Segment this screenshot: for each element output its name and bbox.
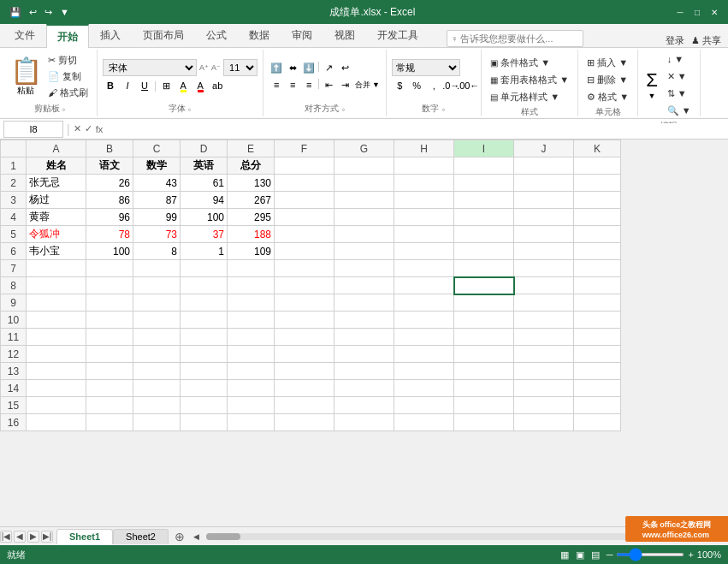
- cell-style-btn[interactable]: ▤ 单元格样式 ▼: [487, 89, 572, 104]
- cell-D8[interactable]: [181, 277, 228, 294]
- cell-D11[interactable]: [181, 329, 228, 346]
- tab-review[interactable]: 审阅: [281, 23, 323, 47]
- tab-nav-next[interactable]: ▶: [27, 531, 39, 543]
- cell-H14[interactable]: [394, 380, 454, 397]
- cell-E9[interactable]: [228, 294, 275, 312]
- cell-E6[interactable]: 109: [228, 243, 275, 260]
- cell-D6[interactable]: 1: [181, 243, 228, 260]
- cell-E1[interactable]: 总分: [228, 157, 275, 175]
- cell-I6[interactable]: [454, 243, 514, 260]
- cell-I8[interactable]: [454, 277, 514, 294]
- cell-E3[interactable]: 267: [228, 192, 275, 209]
- redo-btn[interactable]: ↪: [42, 6, 55, 19]
- cell-H2[interactable]: [394, 175, 454, 192]
- col-header-B[interactable]: B: [86, 140, 133, 157]
- cell-H4[interactable]: [394, 209, 454, 226]
- paste-btn[interactable]: 📋 粘贴: [9, 55, 43, 98]
- cell-F10[interactable]: [275, 312, 334, 329]
- cell-G10[interactable]: [334, 312, 394, 329]
- tab-insert[interactable]: 插入: [89, 23, 132, 47]
- cell-C7[interactable]: [133, 260, 181, 277]
- cell-I4[interactable]: [454, 209, 514, 226]
- cell-A8[interactable]: [27, 277, 86, 294]
- cell-H3[interactable]: [394, 192, 454, 209]
- cell-K9[interactable]: [574, 294, 621, 312]
- cell-C12[interactable]: [133, 346, 181, 363]
- border-btn[interactable]: ⊞: [158, 78, 174, 93]
- cell-F13[interactable]: [275, 363, 334, 380]
- format-cells-btn[interactable]: ⚙ 格式 ▼: [583, 89, 632, 104]
- cell-A3[interactable]: 杨过: [27, 192, 86, 209]
- cell-G3[interactable]: [334, 192, 394, 209]
- cell-A14[interactable]: [27, 380, 86, 397]
- cell-I11[interactable]: [454, 329, 514, 346]
- cell-G5[interactable]: [334, 226, 394, 243]
- zoom-out-btn[interactable]: ─: [607, 549, 613, 560]
- cell-G7[interactable]: [334, 260, 394, 277]
- cell-D10[interactable]: [181, 312, 228, 329]
- cell-E14[interactable]: [228, 380, 275, 397]
- cell-B6[interactable]: 100: [86, 243, 133, 260]
- cell-G1[interactable]: [334, 157, 394, 175]
- merge-btn[interactable]: 合并 ▼: [353, 77, 381, 92]
- decrease-indent-btn[interactable]: ⇤: [321, 77, 336, 92]
- cell-F6[interactable]: [275, 243, 334, 260]
- cell-C4[interactable]: 99: [133, 209, 181, 226]
- cell-G8[interactable]: [334, 277, 394, 294]
- cell-A13[interactable]: [27, 363, 86, 380]
- cell-B3[interactable]: 86: [86, 192, 133, 209]
- percent-btn[interactable]: %: [409, 78, 424, 93]
- tab-view[interactable]: 视图: [323, 23, 366, 47]
- cell-J15[interactable]: [514, 397, 574, 414]
- cell-C16[interactable]: [133, 414, 181, 431]
- row-header-8[interactable]: 8: [1, 277, 27, 294]
- cell-E2[interactable]: 130: [228, 175, 275, 192]
- scroll-left-btn[interactable]: ◀: [191, 531, 203, 543]
- cell-I14[interactable]: [454, 380, 514, 397]
- align-middle-btn[interactable]: ⬌: [285, 60, 300, 75]
- underline-btn[interactable]: U: [137, 78, 152, 93]
- col-header-D[interactable]: D: [181, 140, 228, 157]
- copy-btn[interactable]: 📄 复制: [44, 68, 92, 84]
- cell-K4[interactable]: [574, 209, 621, 226]
- row-header-11[interactable]: 11: [1, 329, 27, 346]
- cell-B15[interactable]: [86, 397, 133, 414]
- cell-K12[interactable]: [574, 346, 621, 363]
- sheet-tab-sheet1[interactable]: Sheet1: [56, 529, 113, 544]
- cell-I5[interactable]: [454, 226, 514, 243]
- sort-filter-btn[interactable]: ⇅ ▼: [664, 86, 695, 101]
- decrease-decimal-btn[interactable]: .00←: [460, 78, 476, 93]
- cell-B5[interactable]: 78: [86, 226, 133, 243]
- cell-K2[interactable]: [574, 175, 621, 192]
- cell-D4[interactable]: 100: [181, 209, 228, 226]
- cell-F5[interactable]: [275, 226, 334, 243]
- fill-btn[interactable]: ↓ ▼: [664, 51, 695, 67]
- cell-J10[interactable]: [514, 312, 574, 329]
- col-header-F[interactable]: F: [275, 140, 334, 157]
- cell-J8[interactable]: [514, 277, 574, 294]
- cell-J11[interactable]: [514, 329, 574, 346]
- cell-H15[interactable]: [394, 397, 454, 414]
- cell-H13[interactable]: [394, 363, 454, 380]
- cell-K5[interactable]: [574, 226, 621, 243]
- row-header-13[interactable]: 13: [1, 363, 27, 380]
- cell-H16[interactable]: [394, 414, 454, 431]
- cell-J14[interactable]: [514, 380, 574, 397]
- cell-F8[interactable]: [275, 277, 334, 294]
- cell-G14[interactable]: [334, 380, 394, 397]
- cell-B14[interactable]: [86, 380, 133, 397]
- cell-A16[interactable]: [27, 414, 86, 431]
- insert-function-icon[interactable]: fx: [96, 124, 104, 134]
- cell-B11[interactable]: [86, 329, 133, 346]
- cell-B13[interactable]: [86, 363, 133, 380]
- cell-J5[interactable]: [514, 226, 574, 243]
- cell-J3[interactable]: [514, 192, 574, 209]
- tab-home[interactable]: 开始: [46, 24, 89, 48]
- cell-J13[interactable]: [514, 363, 574, 380]
- cell-K13[interactable]: [574, 363, 621, 380]
- cell-H12[interactable]: [394, 346, 454, 363]
- cell-J1[interactable]: [514, 157, 574, 175]
- row-header-3[interactable]: 3: [1, 192, 27, 209]
- cell-D13[interactable]: [181, 363, 228, 380]
- font-shrink-icon[interactable]: A⁻: [211, 63, 221, 72]
